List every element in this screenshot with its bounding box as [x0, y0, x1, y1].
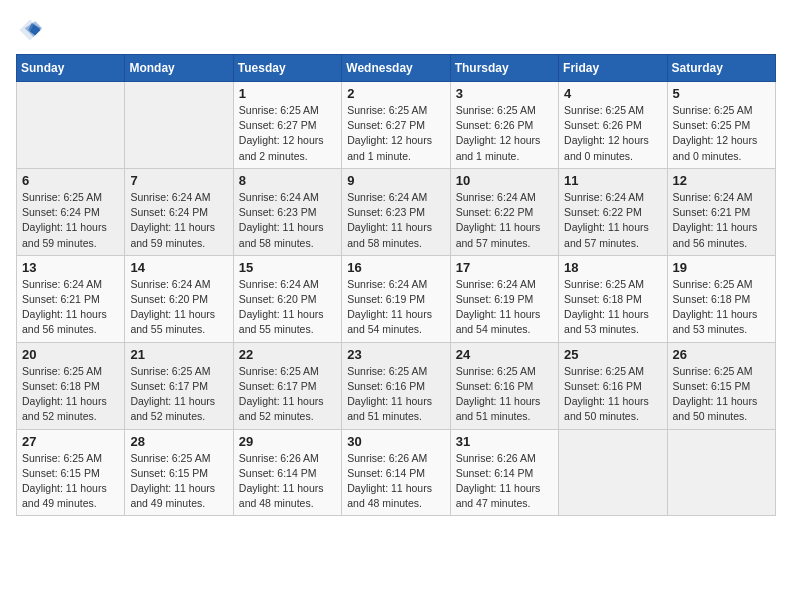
calendar-cell: 18Sunrise: 6:25 AMSunset: 6:18 PMDayligh…: [559, 255, 667, 342]
day-number: 31: [456, 434, 553, 449]
calendar-cell: 30Sunrise: 6:26 AMSunset: 6:14 PMDayligh…: [342, 429, 450, 516]
calendar-cell: 23Sunrise: 6:25 AMSunset: 6:16 PMDayligh…: [342, 342, 450, 429]
weekday-header-wednesday: Wednesday: [342, 55, 450, 82]
day-info: Sunrise: 6:25 AMSunset: 6:24 PMDaylight:…: [22, 190, 119, 251]
day-number: 20: [22, 347, 119, 362]
day-info: Sunrise: 6:26 AMSunset: 6:14 PMDaylight:…: [347, 451, 444, 512]
day-number: 19: [673, 260, 770, 275]
calendar-cell: 2Sunrise: 6:25 AMSunset: 6:27 PMDaylight…: [342, 82, 450, 169]
calendar-cell: 22Sunrise: 6:25 AMSunset: 6:17 PMDayligh…: [233, 342, 341, 429]
page-header: [16, 16, 776, 44]
day-number: 13: [22, 260, 119, 275]
day-number: 15: [239, 260, 336, 275]
day-info: Sunrise: 6:25 AMSunset: 6:15 PMDaylight:…: [130, 451, 227, 512]
day-info: Sunrise: 6:25 AMSunset: 6:15 PMDaylight:…: [22, 451, 119, 512]
day-info: Sunrise: 6:25 AMSunset: 6:15 PMDaylight:…: [673, 364, 770, 425]
day-info: Sunrise: 6:25 AMSunset: 6:16 PMDaylight:…: [564, 364, 661, 425]
logo-icon: [16, 16, 44, 44]
day-info: Sunrise: 6:24 AMSunset: 6:21 PMDaylight:…: [673, 190, 770, 251]
day-number: 1: [239, 86, 336, 101]
calendar-cell: 31Sunrise: 6:26 AMSunset: 6:14 PMDayligh…: [450, 429, 558, 516]
day-info: Sunrise: 6:24 AMSunset: 6:22 PMDaylight:…: [456, 190, 553, 251]
day-info: Sunrise: 6:25 AMSunset: 6:27 PMDaylight:…: [239, 103, 336, 164]
day-number: 6: [22, 173, 119, 188]
calendar-cell: 15Sunrise: 6:24 AMSunset: 6:20 PMDayligh…: [233, 255, 341, 342]
day-info: Sunrise: 6:25 AMSunset: 6:17 PMDaylight:…: [239, 364, 336, 425]
calendar-cell: [559, 429, 667, 516]
day-number: 3: [456, 86, 553, 101]
day-info: Sunrise: 6:24 AMSunset: 6:20 PMDaylight:…: [239, 277, 336, 338]
day-info: Sunrise: 6:25 AMSunset: 6:27 PMDaylight:…: [347, 103, 444, 164]
day-info: Sunrise: 6:25 AMSunset: 6:18 PMDaylight:…: [22, 364, 119, 425]
day-info: Sunrise: 6:24 AMSunset: 6:21 PMDaylight:…: [22, 277, 119, 338]
weekday-header-thursday: Thursday: [450, 55, 558, 82]
calendar-cell: 1Sunrise: 6:25 AMSunset: 6:27 PMDaylight…: [233, 82, 341, 169]
calendar-cell: [667, 429, 775, 516]
day-number: 27: [22, 434, 119, 449]
day-number: 18: [564, 260, 661, 275]
calendar-cell: 14Sunrise: 6:24 AMSunset: 6:20 PMDayligh…: [125, 255, 233, 342]
day-info: Sunrise: 6:24 AMSunset: 6:24 PMDaylight:…: [130, 190, 227, 251]
calendar-cell: 9Sunrise: 6:24 AMSunset: 6:23 PMDaylight…: [342, 168, 450, 255]
day-info: Sunrise: 6:25 AMSunset: 6:17 PMDaylight:…: [130, 364, 227, 425]
week-row-1: 1Sunrise: 6:25 AMSunset: 6:27 PMDaylight…: [17, 82, 776, 169]
calendar-cell: 29Sunrise: 6:26 AMSunset: 6:14 PMDayligh…: [233, 429, 341, 516]
day-info: Sunrise: 6:25 AMSunset: 6:16 PMDaylight:…: [456, 364, 553, 425]
calendar-cell: 27Sunrise: 6:25 AMSunset: 6:15 PMDayligh…: [17, 429, 125, 516]
day-number: 4: [564, 86, 661, 101]
day-number: 21: [130, 347, 227, 362]
day-info: Sunrise: 6:26 AMSunset: 6:14 PMDaylight:…: [239, 451, 336, 512]
day-info: Sunrise: 6:24 AMSunset: 6:23 PMDaylight:…: [239, 190, 336, 251]
calendar-cell: 4Sunrise: 6:25 AMSunset: 6:26 PMDaylight…: [559, 82, 667, 169]
weekday-header-friday: Friday: [559, 55, 667, 82]
weekday-header-sunday: Sunday: [17, 55, 125, 82]
calendar-cell: 5Sunrise: 6:25 AMSunset: 6:25 PMDaylight…: [667, 82, 775, 169]
calendar-cell: 8Sunrise: 6:24 AMSunset: 6:23 PMDaylight…: [233, 168, 341, 255]
day-number: 16: [347, 260, 444, 275]
day-info: Sunrise: 6:25 AMSunset: 6:16 PMDaylight:…: [347, 364, 444, 425]
day-number: 26: [673, 347, 770, 362]
calendar-cell: 7Sunrise: 6:24 AMSunset: 6:24 PMDaylight…: [125, 168, 233, 255]
calendar-cell: [17, 82, 125, 169]
day-info: Sunrise: 6:24 AMSunset: 6:23 PMDaylight:…: [347, 190, 444, 251]
day-info: Sunrise: 6:25 AMSunset: 6:25 PMDaylight:…: [673, 103, 770, 164]
day-number: 22: [239, 347, 336, 362]
week-row-3: 13Sunrise: 6:24 AMSunset: 6:21 PMDayligh…: [17, 255, 776, 342]
calendar-cell: [125, 82, 233, 169]
day-info: Sunrise: 6:26 AMSunset: 6:14 PMDaylight:…: [456, 451, 553, 512]
calendar-cell: 10Sunrise: 6:24 AMSunset: 6:22 PMDayligh…: [450, 168, 558, 255]
day-info: Sunrise: 6:24 AMSunset: 6:22 PMDaylight:…: [564, 190, 661, 251]
day-number: 9: [347, 173, 444, 188]
day-info: Sunrise: 6:25 AMSunset: 6:26 PMDaylight:…: [564, 103, 661, 164]
week-row-4: 20Sunrise: 6:25 AMSunset: 6:18 PMDayligh…: [17, 342, 776, 429]
calendar-cell: 3Sunrise: 6:25 AMSunset: 6:26 PMDaylight…: [450, 82, 558, 169]
calendar-cell: 17Sunrise: 6:24 AMSunset: 6:19 PMDayligh…: [450, 255, 558, 342]
calendar-cell: 28Sunrise: 6:25 AMSunset: 6:15 PMDayligh…: [125, 429, 233, 516]
day-number: 7: [130, 173, 227, 188]
week-row-5: 27Sunrise: 6:25 AMSunset: 6:15 PMDayligh…: [17, 429, 776, 516]
calendar-cell: 26Sunrise: 6:25 AMSunset: 6:15 PMDayligh…: [667, 342, 775, 429]
day-info: Sunrise: 6:25 AMSunset: 6:18 PMDaylight:…: [673, 277, 770, 338]
day-info: Sunrise: 6:25 AMSunset: 6:26 PMDaylight:…: [456, 103, 553, 164]
day-number: 24: [456, 347, 553, 362]
calendar-cell: 19Sunrise: 6:25 AMSunset: 6:18 PMDayligh…: [667, 255, 775, 342]
calendar-cell: 24Sunrise: 6:25 AMSunset: 6:16 PMDayligh…: [450, 342, 558, 429]
day-info: Sunrise: 6:24 AMSunset: 6:19 PMDaylight:…: [456, 277, 553, 338]
calendar-cell: 25Sunrise: 6:25 AMSunset: 6:16 PMDayligh…: [559, 342, 667, 429]
day-number: 12: [673, 173, 770, 188]
logo: [16, 16, 48, 44]
calendar-cell: 16Sunrise: 6:24 AMSunset: 6:19 PMDayligh…: [342, 255, 450, 342]
day-number: 30: [347, 434, 444, 449]
day-info: Sunrise: 6:24 AMSunset: 6:19 PMDaylight:…: [347, 277, 444, 338]
day-number: 2: [347, 86, 444, 101]
week-row-2: 6Sunrise: 6:25 AMSunset: 6:24 PMDaylight…: [17, 168, 776, 255]
day-number: 17: [456, 260, 553, 275]
calendar-cell: 20Sunrise: 6:25 AMSunset: 6:18 PMDayligh…: [17, 342, 125, 429]
calendar-cell: 13Sunrise: 6:24 AMSunset: 6:21 PMDayligh…: [17, 255, 125, 342]
weekday-header-monday: Monday: [125, 55, 233, 82]
calendar-cell: 21Sunrise: 6:25 AMSunset: 6:17 PMDayligh…: [125, 342, 233, 429]
day-number: 11: [564, 173, 661, 188]
day-number: 29: [239, 434, 336, 449]
weekday-header-saturday: Saturday: [667, 55, 775, 82]
day-number: 8: [239, 173, 336, 188]
